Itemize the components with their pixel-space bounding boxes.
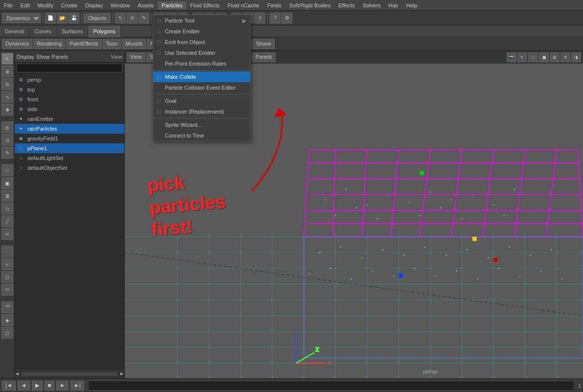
timeline-start-btn[interactable]: |◄: [2, 381, 16, 391]
outliner-item-rain-particles[interactable]: ✦ rainParticles: [15, 124, 124, 134]
shadow-icon[interactable]: ◑: [571, 52, 581, 62]
timeline-stop-btn[interactable]: ■: [45, 381, 55, 391]
outliner-scroll-left[interactable]: ◄: [15, 371, 20, 376]
pd-item-create-emitter[interactable]: □ Create Emitter: [153, 26, 250, 37]
extrude-icon[interactable]: ▣: [1, 177, 13, 189]
scale-tool-icon[interactable]: ⤡: [1, 91, 13, 103]
objects-label[interactable]: Objects: [84, 13, 111, 23]
pd-item-connect-time[interactable]: Connect to Time: [153, 130, 250, 141]
tab-polygons[interactable]: Polygons: [88, 25, 120, 37]
cam-icon[interactable]: 📷: [507, 52, 516, 62]
particle-icon[interactable]: ·: [1, 246, 13, 257]
tab-painteffects[interactable]: PaintEffects: [66, 39, 102, 49]
outliner-item-rain-emitter[interactable]: ✦ rainEmitter: [15, 114, 124, 124]
tab-curves[interactable]: Curves: [29, 25, 57, 37]
outliner-show-btn[interactable]: Show: [36, 54, 50, 60]
cut-faces-icon[interactable]: ✂: [1, 228, 13, 240]
outliner-item-light-set[interactable]: ○ defaultLightSet: [15, 153, 124, 163]
tab-dynamics[interactable]: Dynamics: [2, 39, 32, 49]
lasso-icon[interactable]: ⊙: [127, 13, 138, 23]
pd-item-make-collide[interactable]: □ Make Collide: [153, 71, 250, 82]
wireframe-icon[interactable]: □: [528, 52, 538, 62]
outliner-item-front[interactable]: ⊞ front: [15, 94, 124, 104]
menu-file[interactable]: File: [0, 1, 17, 9]
smooth-shade-icon[interactable]: ◼: [539, 52, 549, 62]
open-scene-icon[interactable]: 📂: [57, 13, 68, 23]
viewport-panels-btn[interactable]: Panels: [252, 52, 276, 62]
texture-icon[interactable]: ⊞: [550, 52, 560, 62]
menu-create[interactable]: Create: [57, 1, 81, 9]
menu-particles[interactable]: Particles: [158, 1, 186, 9]
timeline-next-btn[interactable]: ►: [56, 381, 69, 391]
outliner-scrollbar[interactable]: [22, 372, 117, 376]
outliner-scroll-right[interactable]: ►: [119, 371, 124, 376]
outliner-item-gravity-field[interactable]: ⊕ gravityField1: [15, 134, 124, 143]
paint-select-icon[interactable]: ✎: [1, 147, 13, 159]
render-view-icon[interactable]: 🎬: [1, 301, 13, 313]
pd-item-goal[interactable]: □ Goal: [153, 95, 250, 106]
outliner-item-top[interactable]: ⊞ top: [15, 85, 124, 94]
split-poly-icon[interactable]: ╱: [1, 215, 13, 227]
viewport-view-btn[interactable]: View: [127, 52, 145, 62]
menu-help[interactable]: Help: [402, 1, 421, 9]
timeline-prev-btn[interactable]: ◄: [18, 381, 30, 391]
pd-item-use-selected-emitter[interactable]: □ Use Selected Emitter: [153, 47, 250, 58]
tab-general[interactable]: General: [0, 25, 29, 37]
light-icon[interactable]: ☀: [560, 52, 570, 62]
save-scene-icon[interactable]: 💾: [69, 13, 79, 23]
menu-assets[interactable]: Assets: [134, 1, 158, 9]
timeline-play-btn[interactable]: ▶: [32, 381, 43, 391]
tab-shave[interactable]: Shave: [253, 39, 275, 49]
tab-surfaces[interactable]: Surfaces: [57, 25, 88, 37]
outliner-item-persp[interactable]: ⊞ persp: [15, 75, 124, 85]
rotate-tool-icon[interactable]: ↻: [1, 78, 13, 90]
menu-soft-rigid[interactable]: Soft/Rigid Bodies: [285, 1, 334, 9]
select-mask-icon[interactable]: ↖: [517, 52, 527, 62]
soft-select-icon[interactable]: ◎: [1, 121, 13, 133]
outliner-display-btn[interactable]: Display: [17, 54, 34, 60]
workspace-dropdown[interactable]: Dynamics: [2, 13, 41, 23]
outliner-item-side[interactable]: ⊞ side: [15, 104, 124, 114]
universal-manip-icon[interactable]: ✥: [1, 104, 13, 115]
menu-display[interactable]: Display: [81, 1, 107, 9]
outliner-item-pplane[interactable]: □ pPlane1: [15, 143, 124, 153]
tab-toon[interactable]: Toon: [103, 39, 121, 49]
fluid-icon[interactable]: ≈: [1, 258, 13, 270]
pd-item-collision-editor[interactable]: Particle Collision Event Editor: [153, 82, 250, 93]
menu-window[interactable]: Window: [107, 1, 134, 9]
timeline-bar[interactable]: [88, 381, 574, 391]
timeline-end-btn[interactable]: ►|: [70, 381, 84, 391]
snap-point-icon[interactable]: ×: [255, 13, 265, 23]
bridge-icon[interactable]: ⊞: [1, 190, 13, 202]
menu-hair[interactable]: Hair: [385, 1, 402, 9]
new-scene-icon[interactable]: 📄: [45, 13, 56, 23]
outliner-search-input[interactable]: [17, 64, 122, 72]
menu-fields[interactable]: Fields: [263, 1, 285, 9]
help-icon[interactable]: ?: [270, 13, 280, 23]
select-icon[interactable]: ↖: [115, 13, 126, 23]
hair-tool-icon[interactable]: 〜: [1, 284, 13, 296]
move-tool-icon[interactable]: ⊕: [1, 66, 13, 77]
outliner-panels-btn[interactable]: Panels: [52, 54, 69, 60]
cloth-icon[interactable]: ⬡: [1, 271, 13, 283]
menu-effects[interactable]: Effects: [334, 1, 358, 9]
menu-fluid-ncache[interactable]: Fluid nCache: [224, 1, 263, 9]
pd-item-emit-from-object[interactable]: □ Emit from Object: [153, 37, 250, 47]
menu-solvers[interactable]: Solvers: [359, 1, 385, 9]
menu-fluid-effects[interactable]: Fluid Effects: [187, 1, 224, 9]
menu-edit[interactable]: Edit: [17, 1, 34, 9]
outliner-item-object-set[interactable]: ○ defaultObjectSet: [15, 163, 124, 173]
pd-item-per-point[interactable]: Per-Point Emission Rates: [153, 58, 250, 69]
pd-item-particle-tool[interactable]: □ Particle Tool ▶: [153, 15, 250, 26]
pd-item-instancer[interactable]: □ Instancer (Replacement): [153, 106, 250, 117]
tab-rendering[interactable]: Rendering: [33, 39, 65, 49]
settings-icon[interactable]: ⚙: [281, 13, 292, 23]
paint-icon[interactable]: ✎: [139, 13, 149, 23]
menu-modify[interactable]: Modify: [34, 1, 57, 9]
select-tool-icon[interactable]: ↖: [1, 53, 13, 65]
lasso-select-icon[interactable]: ⊙: [1, 134, 13, 146]
create-poly-icon[interactable]: □: [1, 164, 13, 176]
bevel-icon[interactable]: ◇: [1, 203, 13, 214]
node-editor-icon[interactable]: ⬡: [1, 327, 13, 339]
tab-muscle[interactable]: Muscle: [122, 39, 146, 49]
